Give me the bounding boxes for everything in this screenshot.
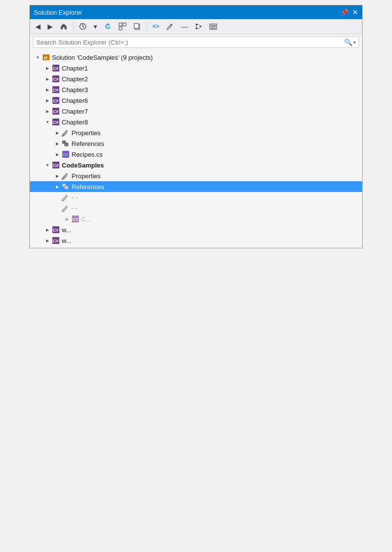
w1-icon: C#: [51, 226, 60, 234]
ch8-refs-icon: [61, 140, 70, 147]
tree-item-cs-child[interactable]: C# C...: [30, 214, 362, 224]
cs-child-icon: C#: [71, 215, 80, 223]
chapter8-icon: C#: [51, 118, 60, 126]
chapter2-expand[interactable]: [44, 75, 51, 83]
toolbar: ◀ ▶ ▾: [30, 19, 362, 34]
forward-button[interactable]: ▶: [45, 21, 55, 32]
cs-refs-label: References: [72, 183, 104, 191]
properties-button[interactable]: [164, 21, 176, 32]
tree-item-cs-partial2[interactable]: ╴╴: [30, 203, 362, 214]
tree-item-ch8-recipes[interactable]: C# Recipes.cs: [30, 149, 362, 160]
chapter2-label: Chapter2: [62, 75, 88, 83]
tree-item-codesamples[interactable]: C# CodeSamples: [30, 160, 362, 170]
ch8-props-label: Properties: [72, 129, 100, 137]
tree-item-cs-references[interactable]: References: [30, 181, 362, 192]
codesamples-icon: C#: [51, 161, 60, 169]
svg-text:C#: C#: [53, 109, 59, 114]
ch8-refs-label: References: [72, 140, 104, 147]
tree-item-ch8-references[interactable]: References: [30, 138, 362, 149]
svg-text:C#: C#: [53, 228, 59, 233]
svg-text:C#: C#: [53, 77, 59, 82]
tree-item-chapter8[interactable]: C# Chapter8: [30, 117, 362, 127]
svg-text:C#: C#: [53, 163, 59, 168]
svg-rect-26: [65, 143, 68, 146]
chapter3-expand[interactable]: [44, 86, 51, 94]
copy-button[interactable]: [131, 21, 144, 32]
title-bar: Solution Explorer 📌 ✕: [30, 5, 362, 19]
search-input[interactable]: [36, 39, 344, 46]
chapter3-label: Chapter3: [62, 86, 88, 94]
back-button[interactable]: ◀: [33, 21, 43, 32]
tree-item-chapter7[interactable]: C# Chapter7: [30, 106, 362, 117]
svg-rect-5: [134, 24, 139, 28]
close-icon[interactable]: ✕: [352, 8, 358, 16]
chapter7-expand[interactable]: [44, 107, 51, 115]
tree-item-chapter3[interactable]: C# Chapter3: [30, 84, 362, 95]
svg-point-6: [196, 24, 197, 25]
title-bar-title: Solution Explorer: [34, 9, 82, 16]
chapter6-expand[interactable]: [44, 96, 51, 104]
chapter3-icon: C#: [51, 86, 60, 94]
solution-expand[interactable]: [34, 53, 42, 61]
new-tab-button[interactable]: [207, 21, 220, 32]
line-button[interactable]: —: [178, 21, 190, 32]
svg-rect-10: [211, 26, 215, 28]
tree-item-ch8-properties[interactable]: Properties: [30, 127, 362, 138]
toolbar-separator-1: [73, 22, 74, 31]
w2-icon: C#: [51, 237, 60, 244]
svg-rect-3: [119, 27, 122, 30]
tree-item-w1[interactable]: C# w...: [30, 224, 362, 235]
code-view-button[interactable]: <>: [150, 22, 162, 31]
search-bar[interactable]: 🔍 ▾: [33, 36, 359, 48]
cs-refs-icon: [61, 183, 70, 191]
svg-text:C#: C#: [53, 120, 59, 125]
solution-icon: sl: [42, 53, 50, 61]
codesamples-expand[interactable]: [44, 161, 51, 169]
chapter8-expand[interactable]: [44, 118, 51, 126]
solution-label: Solution 'CodeSamples' (9 projects): [52, 54, 153, 61]
cs-partial1-label: ╴╴: [72, 194, 79, 201]
svg-text:C#: C#: [63, 152, 68, 157]
chapter2-icon: C#: [51, 75, 60, 83]
cs-partial2-label: ╴╴: [72, 205, 79, 212]
ch8-props-expand[interactable]: [53, 129, 61, 137]
chapter1-expand[interactable]: [44, 64, 51, 72]
w2-expand[interactable]: [44, 237, 51, 244]
title-bar-left: Solution Explorer: [34, 9, 82, 16]
cs-props-icon: [61, 172, 70, 180]
search-icon: 🔍: [344, 38, 352, 46]
tree-item-chapter2[interactable]: C# Chapter2: [30, 73, 362, 84]
tree-container: sl Solution 'CodeSamples' (9 projects) C…: [30, 50, 362, 248]
ch8-refs-expand[interactable]: [53, 140, 61, 147]
svg-point-7: [199, 25, 201, 27]
cs-refs-expand[interactable]: [53, 183, 61, 191]
home-button[interactable]: [57, 21, 70, 32]
w1-expand[interactable]: [44, 226, 51, 234]
cs-partial2-icon: [61, 204, 70, 212]
search-dropdown[interactable]: ▾: [353, 40, 356, 45]
tree-item-chapter1[interactable]: C# Chapter1: [30, 63, 362, 73]
ch8-props-icon: [61, 129, 70, 137]
collapse-button[interactable]: [116, 21, 129, 32]
chapter6-label: Chapter6: [62, 97, 88, 104]
cs-partial1-icon: [61, 193, 70, 201]
tree-item-chapter6[interactable]: C# Chapter6: [30, 95, 362, 106]
ch8-recipes-icon: C#: [61, 150, 70, 158]
solution-root[interactable]: sl Solution 'CodeSamples' (9 projects): [30, 52, 362, 63]
history-button[interactable]: [76, 21, 89, 32]
svg-text:C#: C#: [53, 239, 59, 243]
svg-rect-1: [119, 23, 122, 26]
cs-child-label: C...: [81, 216, 91, 223]
ch8-recipes-expand[interactable]: [53, 150, 61, 158]
refresh-button[interactable]: [101, 21, 114, 32]
sync-button[interactable]: [192, 21, 205, 32]
ch8-recipes-label: Recipes.cs: [72, 151, 103, 158]
dropdown-arrow[interactable]: ▾: [91, 21, 99, 32]
chapter7-icon: C#: [51, 107, 60, 115]
tree-item-cs-partial1[interactable]: ╴╴: [30, 192, 362, 203]
cs-props-expand[interactable]: [53, 172, 61, 180]
tree-item-w2[interactable]: C# w...: [30, 235, 362, 246]
pin-icon[interactable]: 📌: [340, 8, 348, 16]
chapter8-label: Chapter8: [62, 119, 88, 126]
tree-item-cs-properties[interactable]: Properties: [30, 170, 362, 181]
